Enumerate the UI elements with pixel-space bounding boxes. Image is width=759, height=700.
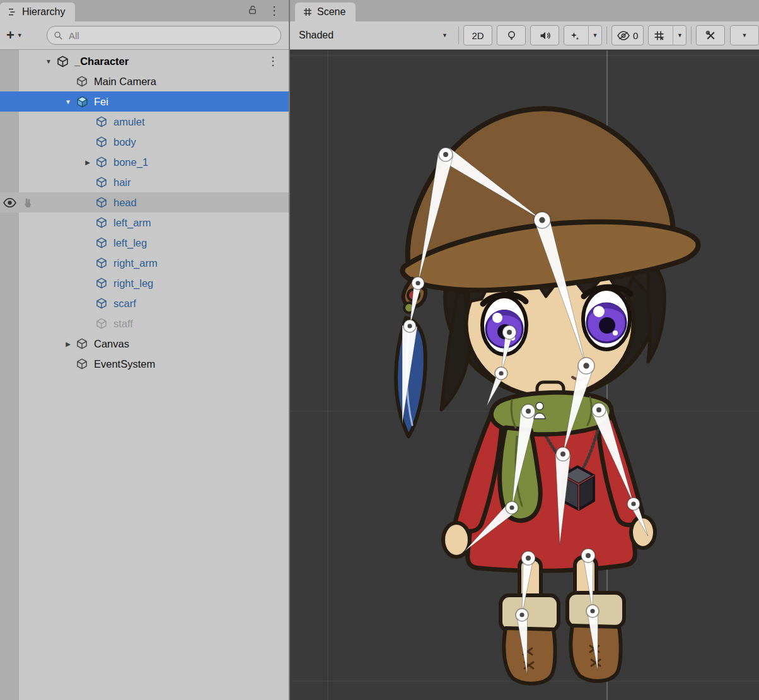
eye-right	[583, 287, 630, 349]
foldout-closed-icon[interactable]: ▶	[81, 159, 95, 166]
hand-left	[443, 523, 470, 557]
scene-panel: Scene Shaded ▼ 2D	[290, 0, 759, 700]
tree-item-label: _Character	[74, 55, 129, 67]
panel-menu-icon[interactable]: ⋮	[269, 5, 280, 16]
effects-icon	[564, 26, 585, 45]
tree-item-staff[interactable]: staff	[0, 313, 289, 334]
hidden-objects-button[interactable]: 0	[611, 25, 644, 45]
tree-item-character[interactable]: ▼ _Character ⋮	[0, 51, 289, 71]
tree-item-label: right_arm	[113, 257, 158, 269]
tree-item-main-camera[interactable]: Main Camera	[0, 71, 289, 91]
search-icon	[54, 31, 63, 40]
tree-item-amulet[interactable]: amulet	[0, 112, 289, 132]
foldout-open-icon[interactable]: ▼	[61, 98, 75, 105]
tab-scene-label: Scene	[317, 6, 345, 18]
chevron-down-icon: ▼	[738, 26, 751, 45]
eye-slash-icon	[617, 31, 630, 40]
tree-item-label: body	[113, 136, 136, 148]
2d-toggle-button[interactable]: 2D	[463, 25, 492, 45]
search-input[interactable]	[67, 30, 274, 42]
gameobject-icon	[95, 175, 108, 189]
create-object-button[interactable]: + ▼	[6, 28, 47, 42]
scene-audio-button[interactable]	[530, 25, 559, 45]
scene-menu-icon[interactable]: ⋮	[267, 54, 279, 68]
lock-icon[interactable]	[248, 4, 257, 17]
scene-viewport[interactable]	[290, 50, 759, 700]
hidden-count-label: 0	[633, 30, 638, 41]
boot-cuff-left	[501, 595, 559, 631]
tree-item-left-leg[interactable]: left_leg	[0, 233, 289, 253]
tab-hierarchy-label: Hierarchy	[22, 6, 65, 18]
tree-item-label: Fei	[94, 96, 108, 108]
toolbar-separator	[691, 26, 692, 44]
scene-toolbar: Shaded ▼ 2D	[290, 21, 759, 50]
tree-item-right-leg[interactable]: right_leg	[0, 273, 289, 293]
tree-item-label: hair	[113, 177, 131, 189]
tree-item-body[interactable]: body	[0, 132, 289, 152]
gameobject-icon	[95, 115, 108, 129]
gameobject-icon	[95, 155, 108, 169]
tree-item-label: staff	[113, 318, 133, 330]
lightbulb-icon	[506, 30, 517, 41]
hierarchy-list-icon	[8, 7, 18, 17]
overflow-dropdown-button[interactable]: ▼	[730, 25, 759, 45]
foldout-open-icon[interactable]: ▼	[42, 58, 55, 65]
gameobject-icon	[95, 236, 108, 250]
tree-item-label: left_arm	[113, 217, 151, 229]
unity-editor-window: Hierarchy ⋮ + ▼	[0, 0, 759, 700]
speaker-icon	[540, 30, 550, 41]
scene-tabbar: Scene	[290, 0, 759, 21]
gameobject-icon	[95, 317, 108, 330]
scene-grid-icon	[303, 7, 313, 17]
tree-item-label: Canvas	[94, 338, 129, 350]
tree-item-head[interactable]: head	[0, 192, 289, 213]
chevron-down-icon: ▼	[442, 33, 448, 38]
prefab-icon	[75, 95, 89, 108]
gameobject-icon	[95, 135, 108, 149]
hierarchy-tree: ▼ _Character ⋮ Main Camera ▼	[0, 50, 289, 700]
gameobject-icon	[95, 256, 108, 270]
chevron-down-icon[interactable]: ▼	[673, 26, 686, 45]
tree-item-fei[interactable]: ▼ Fei	[0, 91, 289, 112]
draw-mode-label: Shaded	[299, 30, 333, 41]
tree-item-label: amulet	[113, 116, 145, 128]
boot-left	[504, 628, 555, 684]
plus-icon: +	[6, 28, 14, 42]
visibility-eye-icon[interactable]	[3, 198, 16, 207]
pickability-hand-icon[interactable]	[23, 197, 32, 208]
chevron-down-icon: ▼	[17, 33, 23, 38]
crossed-tools-icon	[705, 30, 716, 41]
tree-item-label: bone_1	[113, 156, 148, 168]
tab-scene[interactable]: Scene	[295, 3, 356, 21]
hierarchy-toolbar: + ▼	[0, 21, 289, 50]
scene-canvas[interactable]	[290, 50, 759, 700]
tree-item-label: head	[113, 197, 137, 209]
tree-item-canvas[interactable]: ▶ Canvas	[0, 334, 289, 354]
tree-item-hair[interactable]: hair	[0, 172, 289, 192]
tree-item-right-arm[interactable]: right_arm	[0, 253, 289, 273]
tree-item-eventsystem[interactable]: EventSystem	[0, 354, 289, 374]
hierarchy-tabbar: Hierarchy ⋮	[0, 0, 289, 21]
toolbar-separator	[606, 26, 607, 44]
hierarchy-panel: Hierarchy ⋮ + ▼	[0, 0, 290, 700]
grid-visibility-button[interactable]: ▼	[648, 25, 687, 45]
chevron-down-icon[interactable]: ▼	[588, 26, 601, 45]
tree-item-scarf[interactable]: scarf	[0, 293, 289, 313]
tools-button[interactable]	[696, 25, 725, 45]
tree-item-label: left_leg	[113, 237, 147, 249]
tree-item-left-arm[interactable]: left_arm	[0, 213, 289, 233]
hierarchy-search-field[interactable]	[47, 26, 281, 45]
foldout-closed-icon[interactable]: ▶	[61, 341, 75, 347]
gameobject-icon	[75, 337, 89, 351]
gameobject-icon	[95, 216, 108, 230]
gameobject-icon	[75, 74, 89, 88]
grid-icon	[649, 26, 669, 45]
tree-item-bone-1[interactable]: ▶ bone_1	[0, 152, 289, 172]
scene-lighting-button[interactable]	[497, 25, 526, 45]
scene-effects-button[interactable]: ▼	[564, 25, 602, 45]
draw-mode-dropdown[interactable]: Shaded ▼	[295, 25, 454, 46]
tab-hierarchy[interactable]: Hierarchy	[0, 3, 75, 21]
tree-item-label: Main Camera	[94, 76, 156, 88]
tree-item-label: right_leg	[113, 277, 153, 289]
gameobject-icon	[95, 276, 108, 290]
